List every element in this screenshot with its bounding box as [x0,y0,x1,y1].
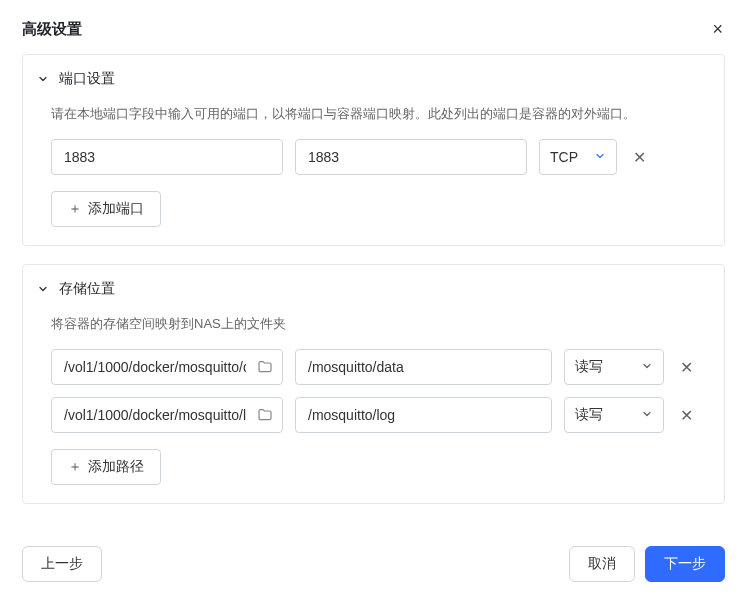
ports-section: 端口设置 请在本地端口字段中输入可用的端口，以将端口与容器端口映射。此处列出的端… [22,54,725,246]
dialog-footer: 上一步 取消 下一步 [0,532,747,600]
host-path-input[interactable] [51,349,283,385]
storage-row: 读写 ✕ [51,349,696,385]
host-path-input[interactable] [51,397,283,433]
storage-row: 读写 ✕ [51,397,696,433]
permission-select[interactable]: 读写 [564,349,664,385]
storage-description: 将容器的存储空间映射到NAS上的文件夹 [51,315,696,333]
footer-right: 取消 下一步 [569,546,725,582]
ports-section-header[interactable]: 端口设置 [23,55,724,103]
permission-select[interactable]: 读写 [564,397,664,433]
add-port-label: 添加端口 [88,200,144,218]
chevron-down-icon [33,279,53,299]
chevron-down-icon [594,149,606,165]
plus-icon: ＋ [68,200,82,218]
container-port-input[interactable] [295,139,527,175]
delete-port-icon[interactable]: ✕ [629,148,649,167]
close-icon[interactable]: × [710,18,725,40]
storage-section: 存储位置 将容器的存储空间映射到NAS上的文件夹 读写 ✕ [22,264,725,504]
footer-left: 上一步 [22,546,102,582]
ports-section-body: 请在本地端口字段中输入可用的端口，以将端口与容器端口映射。此处列出的端口是容器的… [23,103,724,245]
folder-icon[interactable] [257,359,273,375]
folder-icon[interactable] [257,407,273,423]
ports-section-title: 端口设置 [59,70,115,88]
protocol-value: TCP [550,149,578,165]
ports-description: 请在本地端口字段中输入可用的端口，以将端口与容器端口映射。此处列出的端口是容器的… [51,105,696,123]
chevron-down-icon [641,359,653,375]
host-path-wrap [51,397,283,433]
dialog-title: 高级设置 [22,20,82,39]
permission-value: 读写 [575,406,603,424]
port-row: TCP ✕ [51,139,696,175]
delete-storage-icon[interactable]: ✕ [676,358,696,377]
content-area: 端口设置 请在本地端口字段中输入可用的端口，以将端口与容器端口映射。此处列出的端… [0,54,747,532]
protocol-select[interactable]: TCP [539,139,617,175]
container-path-input[interactable] [295,349,552,385]
storage-section-body: 将容器的存储空间映射到NAS上的文件夹 读写 ✕ [23,313,724,503]
add-port-button[interactable]: ＋ 添加端口 [51,191,161,227]
delete-storage-icon[interactable]: ✕ [676,406,696,425]
prev-button[interactable]: 上一步 [22,546,102,582]
cancel-button[interactable]: 取消 [569,546,635,582]
add-storage-button[interactable]: ＋ 添加路径 [51,449,161,485]
chevron-down-icon [33,69,53,89]
plus-icon: ＋ [68,458,82,476]
host-port-input[interactable] [51,139,283,175]
container-path-input[interactable] [295,397,552,433]
host-path-wrap [51,349,283,385]
storage-section-title: 存储位置 [59,280,115,298]
next-button[interactable]: 下一步 [645,546,725,582]
storage-section-header[interactable]: 存储位置 [23,265,724,313]
dialog-header: 高级设置 × [0,0,747,54]
add-storage-label: 添加路径 [88,458,144,476]
chevron-down-icon [641,407,653,423]
permission-value: 读写 [575,358,603,376]
